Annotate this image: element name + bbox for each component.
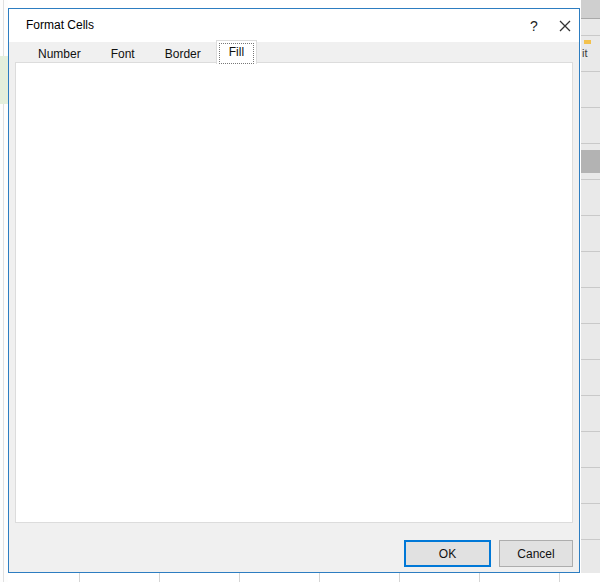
- excel-selected-cell-fragment: [581, 150, 600, 173]
- excel-cell-fragment: [0, 56, 8, 104]
- tab-font[interactable]: Font: [96, 44, 150, 64]
- dialog-title: Format Cells: [26, 18, 94, 32]
- help-icon[interactable]: ?: [521, 14, 547, 38]
- tab-strip: Number Font Border Fill: [23, 42, 257, 64]
- excel-cell-fragment: [584, 40, 591, 44]
- tab-border[interactable]: Border: [150, 44, 216, 64]
- dialog-titlebar[interactable]: Format Cells ?: [9, 9, 579, 42]
- excel-background-right-strip: it: [581, 0, 600, 582]
- cancel-button[interactable]: Cancel: [499, 540, 573, 567]
- close-icon[interactable]: [551, 14, 579, 38]
- excel-cell-text: it: [582, 47, 588, 59]
- tab-number[interactable]: Number: [23, 44, 96, 64]
- fill-tab-page: [15, 62, 573, 523]
- excel-background-left-strip: [0, 0, 8, 582]
- tab-fill[interactable]: Fill: [216, 40, 257, 64]
- ok-button[interactable]: OK: [404, 540, 491, 567]
- excel-ribbon-fragment: [581, 0, 600, 19]
- format-cells-dialog: Format Cells ? Number Font Border Fill B…: [8, 8, 580, 573]
- excel-background-bottom-strip: [0, 573, 600, 582]
